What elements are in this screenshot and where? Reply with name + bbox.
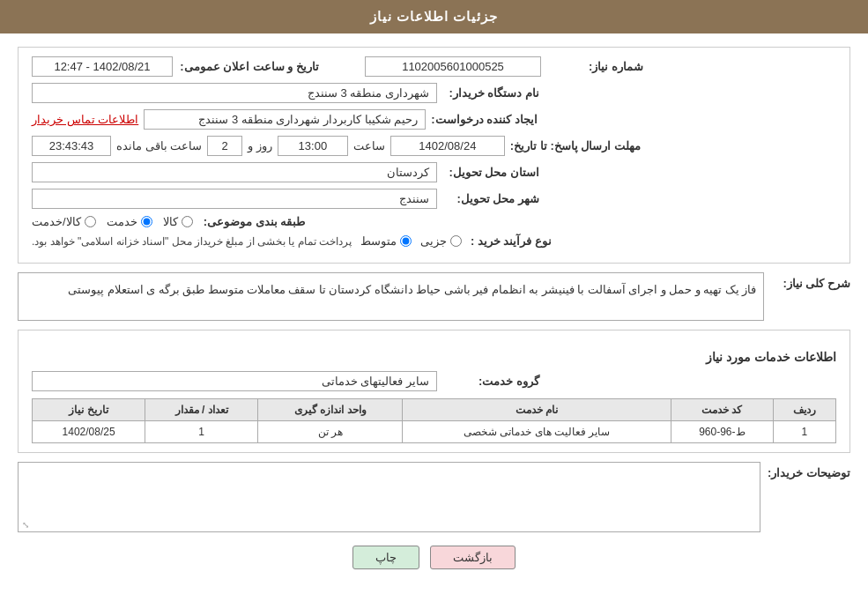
table-cell: هر تن bbox=[258, 421, 403, 443]
back-button[interactable]: بازگشت bbox=[430, 546, 516, 569]
table-cell: 1402/08/25 bbox=[33, 421, 145, 443]
comments-textarea[interactable] bbox=[19, 463, 760, 531]
contact-link[interactable]: اطلاعات تماس خریدار bbox=[32, 113, 138, 126]
page-header: جزئیات اطلاعات نیاز bbox=[0, 0, 868, 33]
process-note: پرداخت تمام یا بخشی از مبلغ خریداز محل "… bbox=[32, 235, 352, 248]
table-row: 1ط-96-960سایر فعالیت های خدماتی شخصیهر ت… bbox=[33, 421, 836, 443]
process-label: نوع فرآیند خرید : bbox=[471, 234, 552, 248]
comments-box: ⤡ bbox=[18, 462, 760, 532]
category-khadamat-label: خدمت bbox=[107, 215, 137, 228]
page-title: جزئیات اطلاعات نیاز bbox=[370, 9, 498, 24]
col-service-name: نام خدمت bbox=[403, 399, 671, 421]
process-motavasset-label: متوسط bbox=[360, 234, 397, 248]
deadline-date: 1402/08/24 bbox=[390, 136, 505, 156]
announce-datetime-label: تاریخ و ساعت اعلان عمومی: bbox=[178, 60, 319, 73]
announce-datetime-value: 1402/08/21 - 12:47 bbox=[32, 56, 173, 77]
city-value: سنندج bbox=[32, 189, 437, 209]
col-row-num: ردیف bbox=[773, 399, 835, 421]
category-kala-khadamat-label: کالا/خدمت bbox=[32, 215, 81, 228]
group-value: سایر فعالیتهای خدماتی bbox=[32, 371, 437, 391]
deadline-days: 2 bbox=[207, 136, 242, 156]
comments-section: توضیحات خریدار: ⤡ bbox=[18, 462, 850, 532]
deadline-days-label: روز و bbox=[248, 139, 272, 152]
services-table: ردیف کد خدمت نام خدمت واحد اندازه گیری ت… bbox=[32, 398, 836, 443]
province-label: استان محل تحویل: bbox=[442, 166, 539, 179]
deadline-label: مهلت ارسال پاسخ: تا تاریخ: bbox=[510, 139, 641, 152]
comments-label: توضیحات خریدار: bbox=[768, 462, 850, 479]
deadline-time: 13:00 bbox=[278, 136, 348, 156]
category-kala-label: کالا bbox=[163, 215, 178, 228]
category-kala[interactable]: کالا bbox=[163, 215, 193, 228]
buyer-org-value: شهرداری منطقه 3 سنندج bbox=[32, 83, 437, 103]
col-unit: واحد اندازه گیری bbox=[258, 399, 403, 421]
col-service-code: کد خدمت bbox=[671, 399, 773, 421]
footer-buttons: بازگشت چاپ bbox=[18, 546, 850, 569]
description-content: فاز یک تهیه و حمل و اجرای آسفالت با فینی… bbox=[18, 272, 764, 321]
services-section-title: اطلاعات خدمات مورد نیاز bbox=[32, 350, 836, 364]
buyer-org-label: نام دستگاه خریدار: bbox=[442, 86, 539, 100]
deadline-remaining: 23:43:43 bbox=[32, 136, 111, 156]
description-label: شرح کلی نیاز: bbox=[771, 272, 850, 290]
creator-value: رحیم شکیبا کاربردار شهرداری منطقه 3 سنند… bbox=[144, 109, 426, 130]
deadline-remaining-label: ساعت باقی مانده bbox=[116, 139, 202, 152]
col-date: تاریخ نیاز bbox=[33, 399, 145, 421]
province-value: کردستان bbox=[32, 162, 437, 182]
deadline-time-label: ساعت bbox=[353, 139, 385, 152]
table-cell: سایر فعالیت های خدماتی شخصی bbox=[403, 421, 671, 443]
table-cell: 1 bbox=[145, 421, 258, 443]
col-quantity: تعداد / مقدار bbox=[145, 399, 258, 421]
process-motavasset[interactable]: متوسط bbox=[360, 234, 412, 248]
print-button[interactable]: چاپ bbox=[352, 546, 419, 569]
creator-label: ایجاد کننده درخواست: bbox=[431, 113, 538, 126]
process-jozi-label: جزیی bbox=[420, 234, 447, 248]
table-cell: 1 bbox=[773, 421, 835, 443]
process-jozi[interactable]: جزیی bbox=[420, 234, 462, 248]
table-cell: ط-96-960 bbox=[671, 421, 773, 443]
category-kala-khadamat[interactable]: کالا/خدمت bbox=[32, 215, 96, 228]
group-label: گروه خدمت: bbox=[442, 375, 539, 388]
resize-icon: ⤡ bbox=[22, 520, 29, 530]
reference-number-value: 1102005601000525 bbox=[365, 56, 541, 77]
category-khadamat[interactable]: خدمت bbox=[107, 215, 152, 228]
category-label: طبقه بندی موضوعی: bbox=[204, 215, 306, 228]
reference-number-label: شماره نیاز: bbox=[546, 60, 643, 73]
city-label: شهر محل تحویل: bbox=[442, 192, 539, 205]
